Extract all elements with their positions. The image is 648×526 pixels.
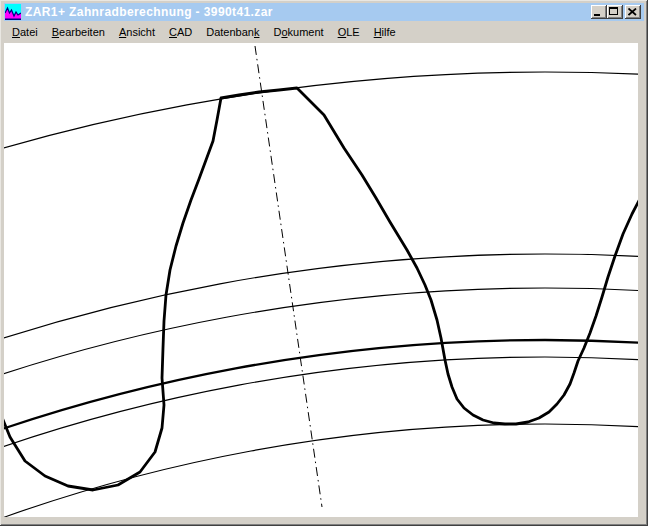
- window-title: ZAR1+ Zahnradberechnung - 3990t41.zar: [25, 5, 591, 19]
- app-window: ZAR1+ Zahnradberechnung - 3990t41.zar Da…: [0, 0, 648, 526]
- title-bar[interactable]: ZAR1+ Zahnradberechnung - 3990t41.zar: [4, 3, 644, 21]
- drawing-area: [4, 43, 638, 517]
- tooth-profile: [4, 88, 638, 490]
- app-icon[interactable]: [5, 4, 21, 20]
- maximize-button[interactable]: [607, 5, 623, 19]
- menu-item-hilfe[interactable]: Hilfe: [367, 22, 403, 43]
- maximize-icon: [609, 7, 618, 15]
- minimize-button[interactable]: [591, 5, 607, 19]
- circle-3: [4, 288, 638, 517]
- circle-5: [4, 357, 638, 517]
- menu-item-datenbank[interactable]: Datenbank: [199, 22, 266, 43]
- close-button[interactable]: [625, 5, 641, 19]
- menu-item-dokument[interactable]: Dokument: [266, 22, 330, 43]
- pitch-circle: [4, 340, 638, 517]
- minimize-icon: [594, 14, 600, 16]
- close-icon: [628, 8, 637, 16]
- circle-2: [4, 254, 638, 517]
- menu-item-bearbeiten[interactable]: Bearbeiten: [45, 22, 112, 43]
- menu-item-cad[interactable]: CAD: [162, 22, 199, 43]
- window-controls: [591, 5, 641, 19]
- menu-item-datei[interactable]: Datei: [5, 22, 45, 43]
- tip-circle: [4, 72, 638, 517]
- menu-item-ansicht[interactable]: Ansicht: [112, 22, 162, 43]
- gear-drawing: [4, 43, 638, 517]
- root-circle: [4, 424, 638, 517]
- menu-bar: DateiBearbeitenAnsichtCADDatenbankDokume…: [4, 21, 644, 43]
- menu-item-ole[interactable]: OLE: [331, 22, 367, 43]
